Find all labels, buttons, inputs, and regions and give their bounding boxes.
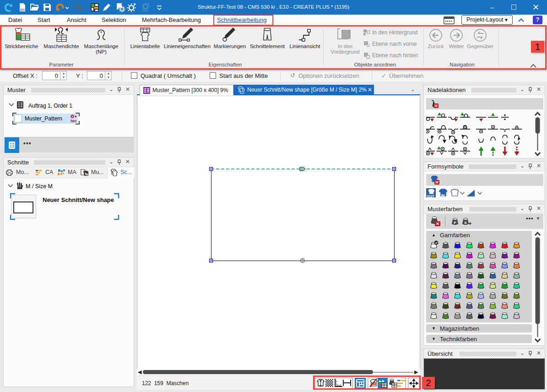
svg-text:P: P bbox=[454, 221, 456, 225]
svg-text:S: S bbox=[464, 221, 467, 225]
svg-text:sin: sin bbox=[142, 8, 148, 13]
svg-text:IN: IN bbox=[441, 193, 445, 197]
svg-text:OUT: OUT bbox=[427, 194, 434, 198]
